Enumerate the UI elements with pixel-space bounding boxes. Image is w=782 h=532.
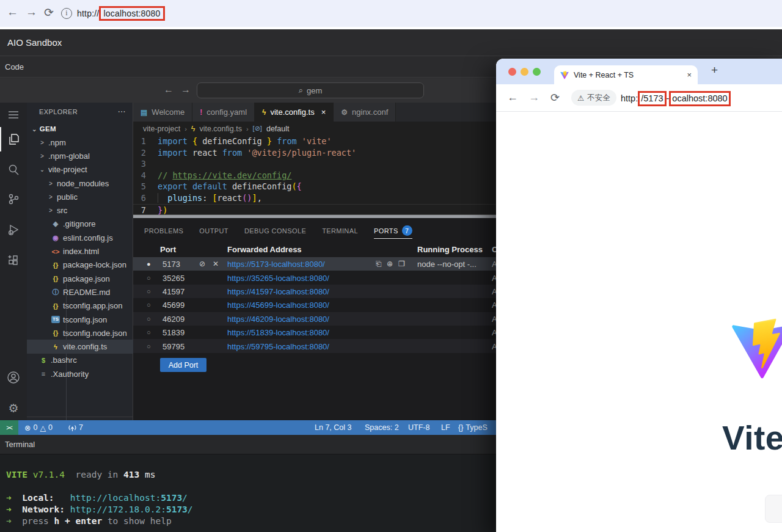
tree-item-tsconfig-app-json[interactable]: {}tsconfig.app.json	[27, 299, 133, 313]
panel-tab-terminal[interactable]: TERMINAL	[322, 223, 358, 239]
tree-item-vite-project[interactable]: ⌄vite-project	[27, 163, 133, 177]
forwarded-address-link[interactable]: https://51839-localhost:8080/	[227, 328, 329, 337]
workspace-root-folder[interactable]: ⌄ GEM	[27, 122, 133, 136]
address-bar[interactable]: http://localhost:8080	[77, 6, 165, 21]
terminal-output[interactable]: VITE v7.1.4 ready in 413 ms ➜ Local: htt…	[6, 469, 193, 527]
tree-item-package-lock-json[interactable]: {}package-lock.json	[27, 258, 133, 272]
forward-icon[interactable]: →	[26, 5, 37, 19]
account-icon[interactable]	[0, 365, 27, 390]
tree-item-package-json[interactable]: {}package.json	[27, 272, 133, 285]
close-tab-icon[interactable]: ×	[687, 70, 692, 79]
browser-tab[interactable]: Vite + React + TS ×	[554, 65, 698, 84]
forwarded-address-link[interactable]: https://46209-localhost:8080/	[227, 314, 329, 323]
annotation-box-host: ocalhost:8080	[669, 91, 730, 106]
more-actions-icon[interactable]: ⋯	[118, 107, 126, 116]
tree-item-src[interactable]: >src	[27, 203, 133, 217]
panel-tab-output[interactable]: OUTPUT	[199, 223, 228, 239]
run-debug-icon[interactable]	[0, 217, 27, 242]
tree-item-readme-md[interactable]: ⓘREADME.md	[27, 285, 133, 299]
panel-tab-debug-console[interactable]: DEBUG CONSOLE	[244, 223, 306, 239]
forwarded-address-link[interactable]: https://59795-localhost:8080/	[227, 341, 329, 351]
tree-item--xauthority[interactable]: ≡.Xauthority	[27, 367, 133, 381]
close-window-icon[interactable]	[508, 68, 516, 76]
tree-item-label: index.html	[63, 247, 99, 256]
panel-tab-problems[interactable]: PROBLEMS	[144, 223, 183, 239]
port-row-45699[interactable]: ○45699https://45699-localhost:8080/A	[133, 298, 497, 312]
popup-browser-window: Vite + React + TS × + ← → ⟳ ⚠ 不安全 http:/…	[496, 59, 782, 532]
tree-item-public[interactable]: >public	[27, 190, 133, 203]
code-text: import { defineConfig } from 'vite'	[158, 136, 332, 147]
minimize-window-icon[interactable]	[521, 68, 528, 76]
preview-icon[interactable]: ❐	[398, 260, 405, 268]
tree-item-eslint-config-js[interactable]: ◉eslint.config.js	[27, 231, 133, 244]
line-number: 7	[133, 205, 158, 215]
reload-icon[interactable]: ⟳	[44, 5, 54, 20]
code-text: // https://vite.dev/config/	[158, 170, 291, 181]
eol[interactable]: LF	[441, 420, 450, 435]
port-row-35265[interactable]: ○35265https://35265-localhost:8080/A	[133, 271, 497, 284]
tab-welcome[interactable]: ▤Welcome	[133, 103, 192, 122]
settings-gear-icon[interactable]: ⚙	[0, 396, 27, 420]
open-in-editor-icon[interactable]: ⎗	[376, 260, 382, 268]
tab-nginx-conf[interactable]: ⚙nginx.conf	[334, 103, 396, 122]
chevron-icon: >	[48, 194, 54, 200]
tab-vite-config-ts[interactable]: ϟvite.config.ts×	[255, 103, 334, 122]
close-port-icon[interactable]: ✕	[213, 260, 219, 268]
back-icon[interactable]: ←	[7, 5, 18, 19]
open-in-browser-icon[interactable]: ⊕	[387, 260, 393, 268]
problems-status[interactable]: ⊗0 △0	[24, 420, 53, 435]
tree-item-node-modules[interactable]: >node_modules	[27, 177, 133, 190]
count-button[interactable]	[765, 495, 782, 523]
forwarded-address-link[interactable]: https://41597-localhost:8080/	[227, 286, 329, 296]
extensions-icon[interactable]	[0, 248, 27, 272]
tree-item-tsconfig-node-json[interactable]: {}tsconfig.node.json	[27, 326, 133, 340]
new-tab-icon[interactable]: +	[711, 64, 718, 77]
tree-item--npm[interactable]: >.npm	[27, 136, 133, 149]
site-info-icon[interactable]: i	[61, 8, 72, 19]
forwarded-address-link[interactable]: https://45699-localhost:8080/	[227, 301, 329, 310]
tree-item-index-html[interactable]: <>index.html	[27, 244, 133, 258]
source-control-icon[interactable]	[0, 187, 27, 211]
tree-item--bashrc[interactable]: $.bashrc	[27, 354, 133, 367]
maximize-window-icon[interactable]	[533, 68, 541, 76]
tab-config-yaml[interactable]: !config.yaml	[192, 103, 255, 122]
history-back-icon[interactable]: ←	[164, 84, 174, 95]
port-number: 41597	[163, 286, 185, 296]
tree-item-tsconfig-json[interactable]: TStsconfig.json	[27, 313, 133, 326]
forward-icon[interactable]: →	[528, 91, 539, 104]
cursor-position[interactable]: Ln 7, Col 3	[315, 420, 351, 435]
port-row-51839[interactable]: ○51839https://51839-localhost:8080/A	[133, 326, 497, 339]
tree-item--gitignore[interactable]: ◈.gitignore	[27, 217, 133, 231]
remote-indicator-icon[interactable]: ><	[0, 420, 18, 435]
language-mode[interactable]: {} TypeS	[458, 420, 488, 435]
panel-tab-ports[interactable]: PORTS7	[374, 223, 412, 239]
menu-icon[interactable]	[0, 103, 27, 127]
port-row-5173[interactable]: ●5173⊘✕⎗⊕❐node --no-opt -...https://5173…	[133, 257, 497, 271]
forwarded-address-link[interactable]: https://35265-localhost:8080/	[227, 273, 329, 282]
explorer-icon[interactable]	[0, 127, 27, 151]
close-icon[interactable]: ×	[321, 107, 326, 117]
tree-item--npm-global[interactable]: >.npm-global	[27, 149, 133, 162]
address-bar[interactable]: http:/5173-ocalhost:8080	[621, 91, 731, 106]
encoding[interactable]: UTF-8	[408, 420, 429, 435]
add-port-button[interactable]: Add Port	[160, 358, 206, 372]
port-row-41597[interactable]: ○41597https://41597-localhost:8080/A	[133, 285, 497, 298]
vite-favicon	[560, 71, 569, 79]
port-row-46209[interactable]: ○46209https://46209-localhost:8080/A	[133, 312, 497, 326]
eslint-icon: ◉	[51, 234, 60, 242]
indentation[interactable]: Spaces: 2	[365, 420, 399, 435]
port-row-59795[interactable]: ○59795https://59795-localhost:8080/A	[133, 339, 497, 352]
breadcrumb[interactable]: vite-project› ϟ vite.config.ts› [⊘] defa…	[143, 122, 289, 136]
port-number: 59795	[163, 341, 185, 351]
search-activity-icon[interactable]	[0, 158, 27, 182]
ports-status[interactable]: 7	[68, 420, 83, 435]
tree-item-vite-config-ts[interactable]: ϟvite.config.ts	[27, 340, 133, 353]
tree-item-label: .bashrc	[51, 355, 77, 365]
security-chip[interactable]: ⚠ 不安全	[571, 90, 616, 106]
back-icon[interactable]: ←	[507, 91, 518, 104]
forwarded-address-link[interactable]: https://5173-localhost:8080/	[227, 260, 325, 269]
history-forward-icon[interactable]: →	[181, 84, 191, 95]
reload-icon[interactable]: ⟳	[550, 91, 560, 104]
command-center-search[interactable]: ⌕ gem	[197, 82, 424, 98]
stop-forward-icon[interactable]: ⊘	[199, 260, 205, 268]
